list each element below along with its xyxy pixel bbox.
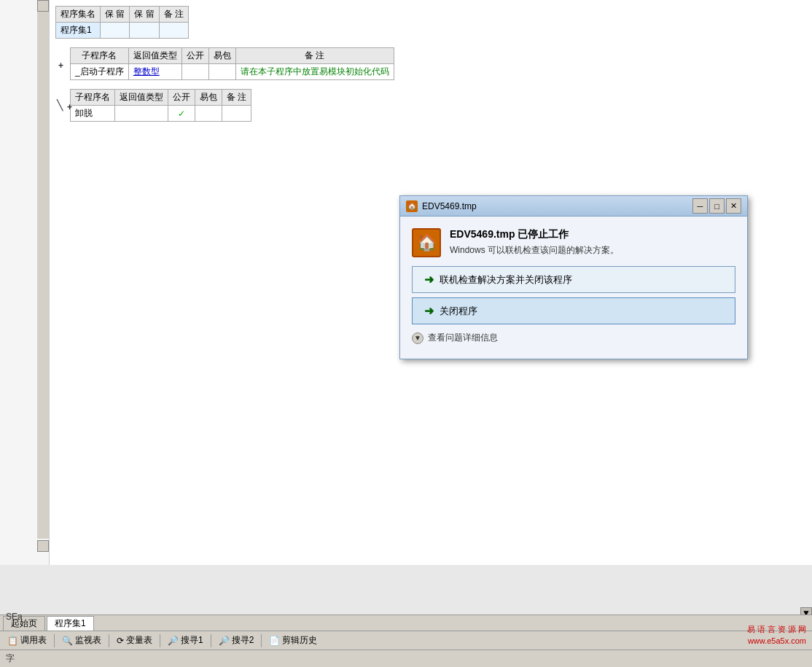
sub2-col-easypkg: 易包 <box>195 90 222 106</box>
sea-label: SEa <box>6 612 23 622</box>
dialog-minimize-btn[interactable]: ─ <box>692 198 708 214</box>
sidebar-scroll-bar <box>37 12 49 539</box>
search2-btn[interactable]: 🔎 搜寻2 <box>214 633 259 648</box>
left-sidebar <box>0 0 50 565</box>
program-set-table: 程序集名 保 留 保 留 备 注 程序集1 <box>55 6 189 39</box>
hint-text: 请在本子程序中放置易模块初始化代码 <box>241 66 389 77</box>
dialog-header-text: EDV5469.tmp 已停止工作 Windows 可以联机检查该问题的解决方案… <box>450 228 735 257</box>
watermark: 易 语 言 资 源 网 www.e5a5x.com <box>747 624 806 647</box>
expand-label: 查看问题详细信息 <box>428 332 498 344</box>
error-dialog: 🏠 EDV5469.tmp ─ □ ✕ 🏠 EDV5469.tmp 已停止工作 … <box>399 195 748 359</box>
sub-table-1: 子程序名 返回值类型 公开 易包 备 注 _启动子程序 整数型 <box>70 47 394 80</box>
expand-icon[interactable]: ▼ <box>412 332 423 344</box>
sub1-row1-note: 请在本子程序中放置易模块初始化代码 <box>235 64 394 80</box>
table-row[interactable]: 卸脱 ✓ <box>71 106 251 122</box>
tab-program-set[interactable]: 程序集1 <box>47 616 94 631</box>
sub2-row1-public: ✓ <box>168 106 195 122</box>
sub1-row1-public <box>181 64 208 80</box>
action-close-btn[interactable]: ➜ 关闭程序 <box>412 297 735 324</box>
dialog-titlebar: 🏠 EDV5469.tmp ─ □ ✕ <box>400 196 747 217</box>
wrench-icon[interactable]: ╲ <box>57 99 63 111</box>
search1-btn[interactable]: 🔎 搜寻1 <box>163 633 208 648</box>
dialog-expand-row[interactable]: ▼ 查看问题详细信息 <box>412 329 735 347</box>
program-set-table-wrapper: 程序集名 保 留 保 留 备 注 程序集1 <box>55 6 806 39</box>
sub1-col-easypkg: 易包 <box>208 48 235 64</box>
program-set-reserve1 <box>101 23 130 39</box>
variable-label: 变量表 <box>126 634 152 647</box>
dialog-header-row: 🏠 EDV5469.tmp 已停止工作 Windows 可以联机检查该问题的解决… <box>412 228 735 257</box>
add-row-icon-1[interactable]: + <box>58 61 63 71</box>
clip-label: 剪辑历史 <box>282 634 317 647</box>
ide-container: 程序集名 保 留 保 留 备 注 程序集1 <box>0 0 812 667</box>
sub2-col-name: 子程序名 <box>71 90 115 106</box>
sub2-row1-name[interactable]: 卸脱 <box>71 106 115 122</box>
search2-label: 搜寻2 <box>232 634 254 647</box>
search1-label: 搜寻1 <box>181 634 203 647</box>
table-row[interactable]: _启动子程序 整数型 请在本子程序中放置易模块初始化代码 <box>71 64 394 80</box>
sep5 <box>261 634 262 647</box>
status-bar: 字 <box>0 650 812 667</box>
variable-icon: ⟳ <box>117 636 124 646</box>
return-type-link[interactable]: 整数型 <box>133 66 160 77</box>
sep4 <box>211 634 211 647</box>
dialog-body: 🏠 EDV5469.tmp 已停止工作 Windows 可以联机检查该问题的解决… <box>400 217 747 359</box>
search2-icon: 🔎 <box>219 636 230 646</box>
action1-label: 联机检查解决方案并关闭该程序 <box>440 273 572 286</box>
sub1-row1-return[interactable]: 整数型 <box>128 64 181 80</box>
dialog-app-icon-large: 🏠 <box>412 228 441 257</box>
sub1-col-return: 返回值类型 <box>128 48 181 64</box>
col-reserve2: 保 留 <box>130 7 159 23</box>
action2-label: 关闭程序 <box>440 305 477 318</box>
sub2-row1-note <box>222 106 251 122</box>
watermark-line2: www.e5a5x.com <box>747 636 806 647</box>
sub1-row1-easypkg <box>208 64 235 80</box>
action-online-check-btn[interactable]: ➜ 联机检查解决方案并关闭该程序 <box>412 266 735 293</box>
variable-table-btn[interactable]: ⟳ 变量表 <box>112 633 157 648</box>
action-arrow-1: ➜ <box>424 273 434 286</box>
search1-icon: 🔎 <box>168 636 179 646</box>
dialog-sub-text: Windows 可以联机检查该问题的解决方案。 <box>450 244 735 257</box>
tab-program-set-label: 程序集1 <box>55 617 86 630</box>
sidebar-scroll-top[interactable] <box>37 0 49 12</box>
clip-icon: 📄 <box>269 636 280 646</box>
sub1-col-name: 子程序名 <box>71 48 129 64</box>
sub2-row1-return <box>115 106 168 122</box>
status-text: 字 <box>6 652 15 665</box>
monitor-icon: 🔍 <box>62 636 73 646</box>
watermark-line1: 易 语 言 资 源 网 <box>747 624 806 635</box>
dialog-title-text: EDV5469.tmp <box>422 201 691 211</box>
tab-bar: 起始页 程序集1 <box>0 615 812 631</box>
sub-table-2: 子程序名 返回值类型 公开 易包 备 注 卸脱 ✓ <box>70 89 251 122</box>
sep2 <box>109 634 109 647</box>
call-table-label: 调用表 <box>20 634 47 647</box>
sub1-row1-name[interactable]: _启动子程序 <box>71 64 129 80</box>
col-program-name: 程序集名 <box>56 7 101 23</box>
program-set-reserve2 <box>130 23 159 39</box>
action-arrow-2: ➜ <box>424 304 434 318</box>
call-table-btn[interactable]: 📋 调用表 <box>3 633 51 648</box>
sub-table1-wrapper: + 子程序名 返回值类型 公开 易包 备 注 _启动子程序 <box>70 47 806 80</box>
col-reserve1: 保 留 <box>101 7 130 23</box>
table-row[interactable]: 程序集1 <box>56 23 189 39</box>
call-table-icon: 📋 <box>7 636 18 646</box>
program-set-name[interactable]: 程序集1 <box>56 23 101 39</box>
sub2-col-public: 公开 <box>168 90 195 106</box>
sidebar-scroll-bottom[interactable] <box>37 540 49 552</box>
monitor-label: 监视表 <box>75 634 101 647</box>
sep3 <box>160 634 160 647</box>
dialog-app-icon-small: 🏠 <box>406 200 418 212</box>
sub1-col-public: 公开 <box>181 48 208 64</box>
monitor-table-btn[interactable]: 🔍 监视表 <box>58 633 106 648</box>
sub-table2-wrapper: ╲ + 子程序名 返回值类型 公开 易包 备 注 卸脱 <box>70 89 806 122</box>
bottom-toolbar: 📋 调用表 🔍 监视表 ⟳ 变量表 🔎 搜寻1 🔎 搜寻2 📄 剪辑历史 <box>0 631 812 650</box>
add-row-icon-2[interactable]: + <box>67 102 72 112</box>
sep1 <box>54 634 55 647</box>
clip-history-btn[interactable]: 📄 剪辑历史 <box>265 633 321 648</box>
program-set-note <box>159 23 188 39</box>
dialog-close-btn[interactable]: ✕ <box>726 198 741 214</box>
dialog-maximize-btn[interactable]: □ <box>709 198 725 214</box>
dialog-main-title: EDV5469.tmp 已停止工作 <box>450 228 735 241</box>
col-note: 备 注 <box>159 7 188 23</box>
sub1-col-note: 备 注 <box>235 48 394 64</box>
sub2-col-return: 返回值类型 <box>115 90 168 106</box>
